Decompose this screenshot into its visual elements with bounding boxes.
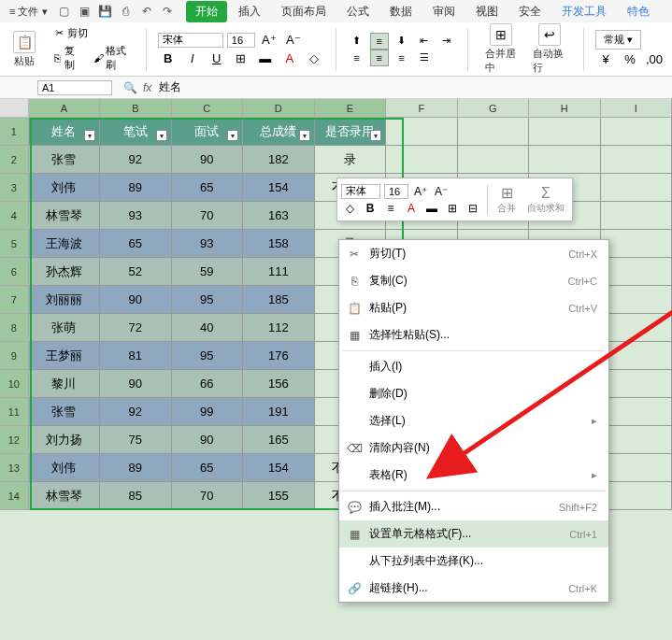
empty-cell[interactable] [529,146,600,174]
ctx-dropdown-select[interactable]: 从下拉列表中选择(K)... [339,548,608,575]
table-cell[interactable]: 刘丽丽 [29,286,100,314]
table-cell[interactable]: 刘伟 [29,454,100,482]
tab-developer[interactable]: 开发工具 [552,1,616,22]
col-header-i[interactable]: I [601,99,672,118]
row-header[interactable]: 1 [0,118,29,146]
mini-bold-icon[interactable]: B [362,200,379,217]
ctx-paste-special[interactable]: ▦选择性粘贴(S)... [339,321,608,348]
print-icon[interactable]: ⎙ [117,3,136,20]
mini-merge-icon[interactable]: ⊟ [465,200,481,217]
mini-font-color-icon[interactable]: A [403,200,420,217]
table-cell[interactable]: 185 [243,286,314,314]
empty-cell[interactable] [529,118,600,146]
font-size-select[interactable] [227,33,255,48]
row-header[interactable]: 5 [0,230,29,258]
table-cell[interactable]: 158 [243,230,314,258]
ctx-table[interactable]: 表格(R)▸ [339,462,608,489]
empty-cell[interactable] [386,146,457,174]
col-header-f[interactable]: F [386,99,457,118]
select-all-corner[interactable] [0,99,29,118]
table-cell[interactable]: 孙杰辉 [29,258,100,286]
table-cell[interactable]: 154 [243,454,314,482]
table-cell[interactable]: 93 [172,230,243,258]
row-header[interactable]: 9 [0,342,29,370]
row-header[interactable]: 6 [0,258,29,286]
empty-cell[interactable] [601,482,672,510]
empty-cell[interactable] [601,118,672,146]
save-icon[interactable]: 💾 [96,3,115,20]
row-header[interactable]: 12 [0,426,29,454]
justify-icon[interactable]: ☰ [415,50,434,66]
empty-cell[interactable] [601,370,672,398]
tab-data[interactable]: 数据 [380,1,422,22]
ctx-copy[interactable]: ⎘复制(C)Ctrl+C [339,267,608,294]
table-cell[interactable]: 65 [172,454,243,482]
table-cell[interactable]: 72 [100,314,171,342]
tab-security[interactable]: 安全 [509,1,550,22]
row-header[interactable]: 7 [0,286,29,314]
font-color-button[interactable]: A [279,50,300,68]
table-cell[interactable]: 66 [172,370,243,398]
table-cell[interactable]: 90 [100,286,171,314]
open-icon[interactable]: ▣ [76,3,94,20]
mini-clear-icon[interactable]: ◇ [341,200,358,217]
file-menu[interactable]: ≡ 文件 ▾ [4,3,53,21]
mini-merge-button[interactable]: ⊞合并 [493,182,520,217]
table-cell[interactable]: 182 [243,146,314,174]
align-center-icon[interactable]: ≡ [370,50,389,66]
table-cell[interactable]: 163 [243,202,314,230]
table-cell[interactable]: 65 [100,230,171,258]
row-header[interactable]: 10 [0,370,29,398]
ctx-format-cells[interactable]: ▦设置单元格格式(F)...Ctrl+1 [339,520,608,548]
percent-icon[interactable]: % [620,50,640,68]
filter-icon[interactable]: ▾ [84,130,95,141]
table-cell[interactable]: 59 [172,258,243,286]
row-header[interactable]: 2 [0,146,29,174]
search-icon[interactable]: 🔍 [123,81,137,94]
fill-color-button[interactable]: ▬ [255,50,276,68]
table-cell[interactable]: 张雪 [29,146,100,174]
tab-insert[interactable]: 插入 [229,1,270,22]
empty-cell[interactable] [601,398,672,426]
row-header[interactable]: 4 [0,202,29,230]
filter-icon[interactable]: ▾ [299,130,310,141]
table-cell[interactable]: 52 [100,258,171,286]
fx-icon[interactable]: fx [143,81,151,94]
merge-button[interactable]: ⊞ 合并居中 [479,21,524,77]
copy-button[interactable]: ⎘复制 [49,42,85,74]
empty-cell[interactable] [601,426,672,454]
empty-cell[interactable] [386,118,457,146]
formula-input[interactable] [157,79,665,96]
table-cell[interactable]: 93 [100,202,171,230]
row-header[interactable]: 11 [0,398,29,426]
table-cell[interactable]: 90 [100,370,171,398]
empty-cell[interactable] [601,454,672,482]
table-cell[interactable]: 165 [243,426,314,454]
border-button[interactable]: ⊞ [231,50,251,68]
table-cell[interactable]: 89 [100,174,171,202]
mini-decrease-font-icon[interactable]: A⁻ [433,183,450,200]
ctx-select[interactable]: 选择(L)▸ [339,407,608,434]
tab-page-layout[interactable]: 页面布局 [272,1,336,22]
empty-cell[interactable] [601,174,672,202]
mini-increase-font-icon[interactable]: A⁺ [412,183,429,200]
table-header-cell[interactable]: 笔试▾ [100,118,171,146]
table-cell[interactable]: 176 [243,342,314,370]
table-cell[interactable]: 刘力扬 [29,426,100,454]
table-cell[interactable]: 85 [100,482,171,510]
table-cell[interactable]: 刘伟 [29,174,100,202]
ctx-hyperlink[interactable]: 🔗超链接(H)...Ctrl+K [339,575,608,602]
row-header[interactable]: 8 [0,314,29,342]
mini-autosum-button[interactable]: Σ自动求和 [523,183,568,217]
table-cell[interactable]: 王梦丽 [29,342,100,370]
italic-button[interactable]: I [182,50,203,68]
row-header[interactable]: 14 [0,482,29,510]
tab-view[interactable]: 视图 [466,1,508,22]
empty-cell[interactable] [601,202,672,230]
col-header-b[interactable]: B [100,99,171,118]
bold-button[interactable]: B [158,50,179,68]
empty-cell[interactable] [601,286,672,314]
mini-font-size[interactable] [384,184,408,199]
mini-align-icon[interactable]: ≡ [382,200,399,217]
format-painter-button[interactable]: 🖌格式刷 [89,42,135,74]
